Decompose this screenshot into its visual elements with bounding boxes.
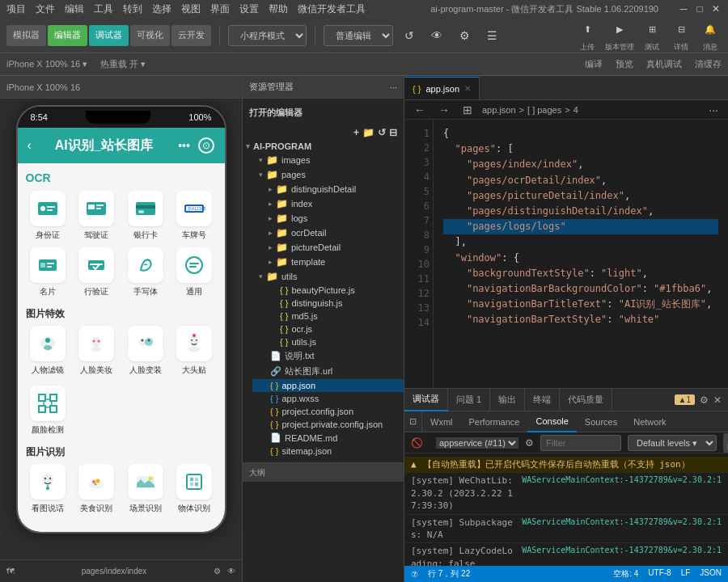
tree-item-beautyPicture[interactable]: { } beautyPicture.js [262,284,404,297]
devtools-tab-console[interactable]: Console [527,411,576,432]
list-item[interactable]: 人脸变装 [124,326,168,376]
console-tab-debugger[interactable]: 调试器 [404,389,448,411]
console-tab-problems[interactable]: 问题 1 [448,389,490,411]
menu-item-edit[interactable]: 编辑 [65,2,84,16]
maximize-button[interactable]: □ [694,3,705,15]
tree-item-pictureDetail[interactable]: ▸ 📁 pictureDetail [262,240,404,255]
real-device-button[interactable]: 真机调试 [646,58,682,70]
refresh-icon[interactable]: ↺ [398,24,421,47]
editor-mode-select[interactable]: 普通编辑 [324,25,393,46]
tree-item-ocrDetail[interactable]: ▸ 📁 ocrDetail [262,226,404,240]
editor-forward-icon[interactable]: → [435,102,453,118]
tab-app-json[interactable]: { } app.json ✕ [404,77,480,99]
preview-button[interactable]: 预览 [616,58,633,70]
new-folder-icon[interactable]: 📁 [362,127,375,138]
menu-icon[interactable]: ☰ [480,24,503,47]
menu-item-file[interactable]: 文件 [36,2,55,16]
menu-item-interface[interactable]: 界面 [210,2,230,16]
tree-item-distinguish[interactable]: { } distinguish.js [262,297,404,310]
devtools-tab-wxml[interactable]: Wxml [422,411,461,432]
list-item[interactable]: 手写体 [124,247,168,297]
tree-item-distinguishDetail[interactable]: ▸ 📁 distinguishDetail [262,182,404,196]
simulator-button[interactable]: 模拟器 [6,25,46,46]
minimize-button[interactable]: ─ [678,3,689,15]
hot-reload-toggle[interactable]: 热重载 开 ▾ [100,58,146,70]
tree-item-url[interactable]: 🔗 站长图库.url [252,364,404,379]
list-item[interactable]: 美食识别 [74,464,119,514]
console-close-icon[interactable]: ✕ [713,394,722,406]
menu-item-wechat[interactable]: 微信开发者工具 [298,2,366,16]
clear-cache-button[interactable]: 清缓存 [695,58,722,70]
preview-icon[interactable]: 👁 [425,24,448,47]
compile-button[interactable]: 编译 [585,58,603,70]
editor-back-icon[interactable]: ← [411,102,429,118]
explorer-more-icon[interactable]: ··· [390,82,397,92]
editor-more-icon[interactable]: ··· [705,102,722,118]
header-icon-home[interactable]: ⊙ [198,137,214,154]
tree-item-images[interactable]: ▾ 📁 images [252,153,404,167]
notification-icon[interactable]: 🔔 [699,19,722,41]
tree-item-project-private[interactable]: { } project.private.config.json [252,418,404,431]
menu-item-tools[interactable]: 工具 [94,2,113,16]
console-clear-icon[interactable]: 🚫 [411,437,423,449]
list-item[interactable]: 看图说话 [26,464,70,514]
debugger-button[interactable]: 调试器 [89,25,129,46]
console-levels-select[interactable]: Default levels ▾ [628,435,717,451]
collapse-tree-icon[interactable]: ⊟ [389,127,397,138]
list-item[interactable]: 物体识别 [172,464,217,514]
list-item[interactable]: 驾驶证 [74,191,119,241]
configurable-button[interactable]: 可视化 [130,25,170,46]
list-item[interactable]: 大头贴 [172,326,217,376]
list-item[interactable]: 行验证 [74,247,119,297]
tree-item-index[interactable]: ▸ 📁 index [262,196,404,211]
appservice-select[interactable]: appservice (#11) [436,437,518,449]
new-file-icon[interactable]: + [353,127,359,138]
tree-item-app-json[interactable]: { } app.json [252,379,404,392]
menu-item-goto[interactable]: 转到 [123,2,142,16]
tree-item-readme-txt[interactable]: 📄 说明.txt [252,348,404,364]
project-root[interactable]: + 📁 ↺ ⊟ [243,125,404,140]
tab-close-icon[interactable]: ✕ [464,84,471,93]
settings-icon[interactable]: ⚙ [453,24,476,47]
tree-item-md5[interactable]: { } md5.js [262,310,404,323]
sim-settings-icon[interactable]: ⚙ [214,567,221,576]
list-item[interactable]: 身份证 [26,191,70,241]
tree-item-pages[interactable]: ▾ 📁 pages [252,167,404,182]
list-item[interactable]: 人物滤镜 [26,326,70,376]
code-editor[interactable]: { "pages": [ "pages/index/index", "pages… [434,120,728,388]
console-tab-terminal[interactable]: 终端 [525,389,560,411]
sim-view-icon[interactable]: 👁 [227,567,235,576]
devtools-tab-sources[interactable]: Sources [577,411,625,432]
tree-item-utils-js[interactable]: { } utils.js [262,335,404,348]
tree-item-project-config[interactable]: { } project.config.json [252,405,404,418]
console-gear-icon[interactable]: ⚙ [700,394,709,406]
editor-button[interactable]: 编辑器 [48,25,87,46]
devtools-tab-network[interactable]: Network [625,411,674,432]
compile-mode-select[interactable]: 小程序模式 [228,25,307,46]
project-name-row[interactable]: ▾ AI-PROGRAM [243,140,404,153]
devtools-tab-performance[interactable]: Performance [461,411,528,432]
tree-item-sitemap[interactable]: { } sitemap.json [252,445,404,458]
close-button[interactable]: ✕ [710,3,722,15]
console-tab-output[interactable]: 输出 [490,389,525,411]
menu-item-view[interactable]: 视图 [181,2,201,16]
cloud-button[interactable]: 云开发 [171,25,211,46]
tree-item-template[interactable]: ▸ 📁 template [262,255,404,269]
list-item[interactable]: 场景识别 [124,464,168,514]
list-item[interactable]: 颜脸检测 [26,386,70,436]
list-item[interactable]: 通用 [172,247,217,297]
console-filter-input[interactable] [540,435,621,451]
list-item[interactable]: 苏A12345 车牌号 [172,191,217,241]
menu-item-settings[interactable]: 设置 [239,2,259,16]
version-icon[interactable]: ▶ [608,19,631,41]
list-item[interactable]: 人脸美妆 [74,326,119,376]
console-settings-icon[interactable]: ⚙ [525,437,534,449]
menu-item-select[interactable]: 选择 [152,2,171,16]
explorer-bottom-bar[interactable]: 大纲 [243,462,404,482]
menu-item-project[interactable]: 项目 [6,2,26,16]
console-tab-quality[interactable]: 代码质量 [560,389,612,411]
app-header-back-icon[interactable]: ‹ [28,138,32,153]
tree-item-logs[interactable]: ▸ 📁 logs [262,211,404,226]
header-icon-dots[interactable]: ••• [176,137,192,154]
editor-split-icon[interactable]: ⊞ [459,102,476,118]
